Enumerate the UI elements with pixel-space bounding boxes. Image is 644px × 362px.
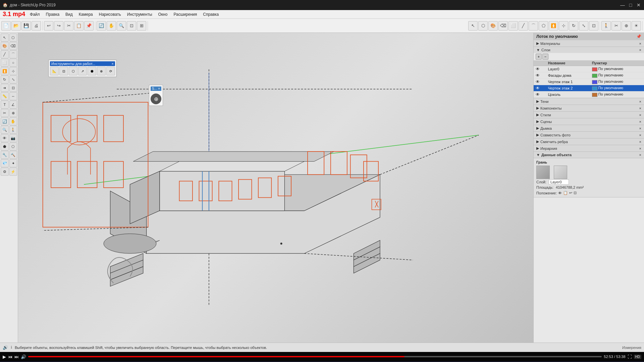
walk-tool[interactable]: 🚶 [9,126,17,134]
move-btn[interactable]: ⊹ [559,21,568,31]
object-data-close[interactable]: × [639,153,641,157]
ft-btn3[interactable]: ⬡ [69,67,77,75]
fog-close[interactable]: × [639,126,641,130]
walkthrough-btn[interactable]: 🚶 [601,21,611,31]
circle-tool[interactable]: ○ [9,59,17,67]
menu-view[interactable]: Вид [63,11,75,17]
soften-edges-close[interactable]: × [639,140,641,144]
menu-camera[interactable]: Камера [76,11,96,17]
menu-edit[interactable]: Правка [43,11,62,17]
orbit-btn[interactable]: 🔄 [97,21,106,31]
print-btn[interactable]: 🖨 [32,21,41,31]
component-btn[interactable]: ⬡ [478,21,488,31]
object-data-header[interactable]: ▼ Данные объекта × [534,152,644,158]
soften-edges-section[interactable]: ▶ Смягчить ребра × [534,138,644,145]
add-layer-btn[interactable]: + [536,54,542,60]
zoom-tool[interactable]: 🔍 [1,126,9,134]
menu-tools[interactable]: Инструменты [124,11,155,17]
menu-window[interactable]: Окно [156,11,170,17]
scale-btn[interactable]: ⤡ [579,21,588,31]
menu-help[interactable]: Справка [200,11,221,17]
copy-btn[interactable]: 📋 [74,21,84,31]
match-photo-close[interactable]: × [639,133,641,137]
paste-btn[interactable]: 📌 [84,21,94,31]
close-button[interactable]: ✕ [636,2,641,8]
select-btn[interactable]: ↖ [468,21,478,31]
match-photo-section[interactable]: ▶ Совместить фото × [534,132,644,138]
fullscreen-button[interactable]: ⛶ [628,354,632,359]
polygon-btn[interactable]: ⬠ [539,21,548,31]
hierarchy-section[interactable]: ▶ Иерархия × [534,145,644,152]
erase-btn[interactable]: ⌫ [498,21,508,31]
styles-close[interactable]: × [639,113,641,117]
canvas-area[interactable]: .house-line { stroke: #333; stroke-width… [18,33,533,343]
pos-eye-icon[interactable]: 👁 [558,191,562,195]
ft-btn2[interactable]: ⊡ [59,67,68,75]
pos-copy-icon[interactable]: 📋 [563,191,568,195]
dim-tool[interactable]: ↔ [9,92,17,100]
shadow-btn[interactable]: ☀ [632,21,641,31]
menu-extensions[interactable]: Расширения [171,11,200,17]
push-pull-tool[interactable]: ⏫ [1,67,9,75]
small-panel-icon[interactable]: ⊕ [151,94,161,104]
paint-tool[interactable]: 🎨 [1,42,9,50]
angle-tool[interactable]: ∠ [9,101,17,109]
rotate-btn[interactable]: ↻ [569,21,578,31]
components-section[interactable]: ▶ Компоненты × [534,105,644,112]
orbit-tool[interactable]: 🔄 [1,117,9,125]
text-tool[interactable]: T [1,101,9,109]
section-cut-tool[interactable]: ✂ [1,109,9,117]
extra-btn2[interactable]: ⚡ [9,168,17,176]
shadows-close[interactable]: × [639,100,641,104]
ft-btn7[interactable]: ⟳ [106,67,115,75]
ft-btn5[interactable]: ⬟ [88,67,96,75]
sandbox-btn2[interactable]: 🔨 [9,151,17,159]
minimize-button[interactable]: — [620,2,625,8]
ft-btn6[interactable]: ⊕ [97,67,106,75]
pan-tool[interactable]: ✋ [9,117,17,125]
extra-btn1[interactable]: ⚙ [1,168,9,176]
layer-row[interactable]: 👁 Фасады дома По умолчанию [534,72,644,79]
layer-visibility[interactable]: 👁 [534,92,546,98]
hierarchy-close[interactable]: × [639,146,641,150]
undo-btn[interactable]: ↩ [44,21,53,31]
arc-btn[interactable]: ⌒ [529,21,538,31]
rect-tool[interactable]: ⬜ [1,59,9,67]
advanced-btn1[interactable]: ⬟ [1,142,9,150]
materials-section[interactable]: ▶ Материалы × [534,40,644,47]
materials-close[interactable]: × [639,42,641,46]
look-around-tool[interactable]: 👁 [1,134,9,142]
line-btn[interactable]: ╱ [519,21,528,31]
styles-section[interactable]: ▶ Стили × [534,112,644,118]
menu-draw[interactable]: Нарисовать [96,11,124,17]
layers-close[interactable]: × [639,48,641,52]
layers-section-header[interactable]: ▼ Слои × [534,47,644,53]
save-btn[interactable]: 💾 [21,21,31,31]
scenes-close[interactable]: × [639,120,641,124]
rect-btn[interactable]: ⬜ [508,21,518,31]
offset-btn[interactable]: ⊡ [589,21,598,31]
redo-btn[interactable]: ↪ [54,21,63,31]
pan-btn[interactable]: ✋ [107,21,116,31]
ft-btn1[interactable]: 📐 [50,67,59,75]
volume-button[interactable]: 🔊 [21,354,26,359]
progress-bar[interactable] [28,356,602,357]
arc-tool[interactable]: ⌒ [9,50,17,58]
next-button[interactable]: ⏭ [14,354,19,359]
fog-section[interactable]: ▶ Дымка × [534,125,644,132]
layer-visibility[interactable]: 👁 [534,79,546,85]
line-tool[interactable]: ╱ [1,50,9,58]
layer-visibility[interactable]: 👁 [534,72,546,79]
rotate-tool[interactable]: ↻ [1,75,9,83]
axes-btn[interactable]: ⊕ [622,21,631,31]
axes-tool[interactable]: ⊕ [9,109,17,117]
follow-me-tool[interactable]: ➜ [1,84,9,92]
open-btn[interactable]: 📂 [11,21,21,31]
component-tool[interactable]: ⬡ [9,34,17,42]
scale-tool[interactable]: ⤡ [9,75,17,83]
small-panel-close[interactable]: × [158,87,160,90]
shadows-section[interactable]: ▶ Тени × [534,98,644,105]
layer-select[interactable]: Layer0 [549,179,569,185]
move-tool[interactable]: ⊹ [9,67,17,75]
cut-btn[interactable]: ✂ [64,21,73,31]
